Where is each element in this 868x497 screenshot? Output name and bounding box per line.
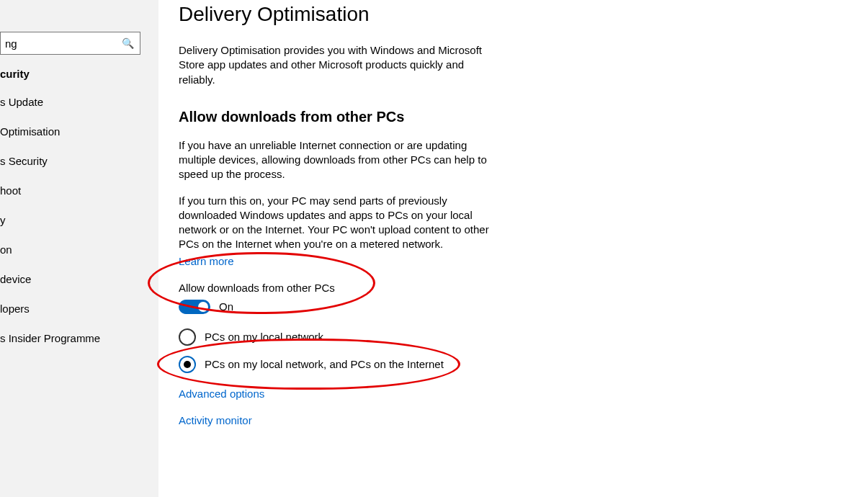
sidebar-item-insider-programme[interactable]: s Insider Programme — [0, 323, 158, 353]
sidebar-item-recovery[interactable]: y — [0, 205, 158, 235]
sidebar-item-activation[interactable]: on — [0, 235, 158, 264]
sidebar-item-windows-update[interactable]: s Update — [0, 87, 158, 117]
sidebar-item-find-my-device[interactable]: device — [0, 264, 158, 294]
paragraph-2: If you turn this on, your PC may send pa… — [179, 194, 496, 252]
sidebar: 🔍 curity s Update Optimisation s Securit… — [0, 0, 158, 497]
search-box[interactable]: 🔍 — [0, 32, 140, 55]
search-input[interactable] — [1, 32, 128, 54]
paragraph-1: If you have an unreliable Internet conne… — [179, 138, 496, 182]
toggle-state-text: On — [219, 300, 233, 313]
sidebar-item-troubleshoot[interactable]: hoot — [0, 176, 158, 205]
activity-monitor-link[interactable]: Activity monitor — [179, 414, 252, 426]
radio-label: PCs on my local network — [205, 331, 323, 343]
advanced-options-link[interactable]: Advanced options — [179, 388, 264, 400]
radio-icon — [179, 356, 196, 373]
sidebar-heading: curity — [0, 68, 158, 80]
toggle-label: Allow downloads from other PCs — [179, 282, 496, 294]
toggle-knob — [198, 302, 208, 312]
radio-label: PCs on my local network, and PCs on the … — [205, 358, 444, 370]
section-heading: Allow downloads from other PCs — [179, 109, 496, 125]
allow-downloads-toggle[interactable] — [179, 300, 210, 314]
sidebar-item-windows-security[interactable]: s Security — [0, 146, 158, 176]
search-icon: 🔍 — [122, 37, 134, 49]
radio-local-network[interactable]: PCs on my local network — [179, 328, 496, 346]
radio-icon — [179, 328, 196, 346]
sidebar-item-delivery-optimisation[interactable]: Optimisation — [0, 117, 158, 146]
intro-text: Delivery Optimisation provides you with … — [179, 43, 496, 87]
main-content: Delivery Optimisation Delivery Optimisat… — [158, 0, 524, 497]
page-title: Delivery Optimisation — [179, 3, 496, 26]
learn-more-link[interactable]: Learn more — [179, 255, 234, 267]
radio-local-and-internet[interactable]: PCs on my local network, and PCs on the … — [179, 356, 496, 373]
sidebar-item-for-developers[interactable]: lopers — [0, 294, 158, 323]
